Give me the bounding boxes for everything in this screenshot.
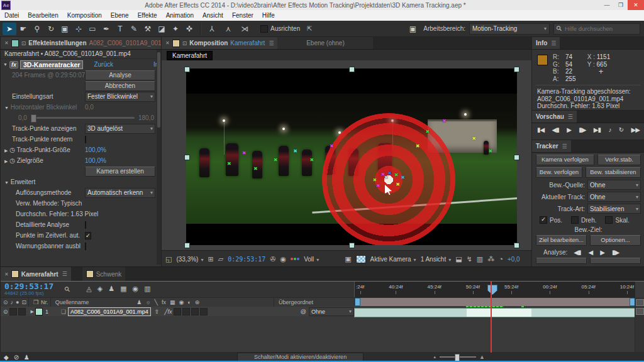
track-point[interactable]: ✖ <box>401 175 405 180</box>
composition-image[interactable]: ✖✖✖✖✖✖✖✖✖✖✖✖✖✖✖✖✖✖✖✖ <box>186 69 517 245</box>
render-points-checkbox[interactable] <box>85 136 86 143</box>
collapse-switch-icon[interactable]: ☼ <box>145 299 150 305</box>
source-column-label[interactable]: Quellenname <box>55 299 89 305</box>
selection-tool-icon[interactable]: ➤ <box>3 23 16 35</box>
layer-switch-cell[interactable] <box>182 308 190 315</box>
timeline-timecode[interactable]: 0:29:53:17 <box>4 282 53 290</box>
zoom-out-icon[interactable]: ▲ <box>433 355 436 359</box>
track-point[interactable]: ✖ <box>416 144 420 149</box>
selection-handle[interactable] <box>184 243 190 248</box>
last-frame-button[interactable]: ▶▮ <box>594 126 601 133</box>
tab-effect-controls[interactable]: ✕ ⊡ Effekteinstellungen A082_C006_0101A9… <box>1 37 179 49</box>
tab-info[interactable]: Info ☰ <box>532 37 560 49</box>
unified-camera-tool-icon[interactable]: ▣ <box>58 23 72 35</box>
warp-stabilizer-button[interactable]: Verkr.stab. <box>597 155 641 165</box>
settings-type-dropdown[interactable]: Fester Blickwinkel <box>85 92 155 102</box>
track-point[interactable]: ✖ <box>253 167 258 172</box>
parent-column-label[interactable]: Übergeordnet <box>279 299 354 305</box>
track-point[interactable]: ✖ <box>426 129 430 134</box>
analyze-button[interactable]: Analyse <box>85 70 155 80</box>
comp-mini-flowchart-icon[interactable]: ◬ <box>86 285 91 293</box>
scrollbar[interactable] <box>157 50 161 265</box>
advanced-group-label[interactable]: ▼ Erweitert <box>4 178 85 185</box>
resolution-dropdown[interactable]: Voll <box>304 256 340 263</box>
hfov-value[interactable]: 0,0 <box>85 104 162 111</box>
audio-button[interactable]: ♪ <box>608 126 611 133</box>
next-frame-button[interactable]: ▮▶ <box>579 126 586 133</box>
close-icon[interactable]: ✕ <box>4 272 9 277</box>
track-point[interactable]: ✖ <box>330 144 334 149</box>
selection-handle[interactable] <box>349 243 355 248</box>
show-points-dropdown[interactable]: 3D aufgelöst <box>85 124 155 134</box>
layer-switch-cell[interactable] <box>191 308 199 315</box>
selection-handle[interactable] <box>349 67 355 72</box>
track-camera-button[interactable]: Kamera verfolgen <box>536 155 594 165</box>
quality-switch-icon[interactable]: ╲ <box>155 299 158 305</box>
track-motion-button[interactable]: Bew. verfolgen <box>536 167 582 178</box>
parent-dropdown[interactable]: Ohne <box>309 307 354 316</box>
composition-viewer[interactable]: ✖✖✖✖✖✖✖✖✖✖✖✖✖✖✖✖✖✖✖✖ <box>162 60 532 251</box>
layer-label-swatch[interactable] <box>35 308 43 315</box>
close-button[interactable]: ✕ <box>628 0 644 10</box>
reset-link[interactable]: Zurück <box>94 61 113 68</box>
zoom-in-icon[interactable]: ▲ <box>479 354 485 360</box>
no-action-icon[interactable]: ⊘ <box>14 354 19 361</box>
frame-blending-icon[interactable]: ▦ <box>120 285 126 293</box>
graph-editor-icon[interactable]: ▥ <box>144 285 150 293</box>
layer-audio-cell[interactable] <box>9 308 17 315</box>
grid-guides-icon[interactable]: ⊞ <box>208 255 213 263</box>
menu-item[interactable]: Ebene <box>106 12 133 19</box>
track-point[interactable]: ✖ <box>376 184 380 189</box>
selection-handle[interactable] <box>514 155 519 160</box>
orbit-camera-tool-icon[interactable]: ↻ <box>44 23 58 35</box>
align-checkbox[interactable] <box>260 25 268 33</box>
minimize-button[interactable]: — <box>600 0 614 10</box>
brush-tool-icon[interactable]: ✎ <box>127 23 141 35</box>
layer-source-name[interactable]: A082_C006_0101A9_001.mp4 <box>68 307 151 316</box>
current-time-indicator[interactable] <box>491 282 492 353</box>
menu-item[interactable]: Effekte <box>133 12 162 19</box>
selection-handle[interactable] <box>184 67 190 72</box>
eraser-tool-icon[interactable]: ◪ <box>155 23 169 35</box>
comp-button[interactable] <box>636 308 644 315</box>
puppet-pin-tool-icon[interactable]: ✜ <box>182 23 196 35</box>
roto-brush-tool-icon[interactable]: ✦ <box>169 23 182 35</box>
layer-eye-icon[interactable]: ⊙ <box>3 309 8 315</box>
draft-3d-icon[interactable]: ◈ <box>97 285 103 293</box>
cancel-button[interactable]: Abbrechen <box>85 81 155 91</box>
tab-timeline-schwenk[interactable]: Schwenk <box>82 267 126 281</box>
panel-menu-icon[interactable]: ☰ <box>62 271 67 277</box>
exposure-value[interactable]: +0,0 <box>508 256 520 263</box>
loop-button[interactable]: ↻ <box>619 126 623 133</box>
hfov-slider[interactable]: 0,0 180,0 <box>4 114 162 121</box>
track-point[interactable]: ✖ <box>293 149 297 154</box>
mask-visibility-icon[interactable]: ▱ <box>218 255 223 263</box>
selection-handle[interactable] <box>514 67 519 72</box>
reset-button-partial[interactable] <box>590 258 641 264</box>
type-tool-icon[interactable]: T <box>113 23 127 35</box>
timeline-search-icon[interactable]: ⚲ <box>63 285 72 294</box>
work-area-bar[interactable] <box>354 297 636 307</box>
magnification-icon[interactable]: ◱ <box>165 255 172 263</box>
menu-item[interactable]: Fenster <box>228 12 258 19</box>
effects-switch-icon[interactable]: fx <box>162 299 166 305</box>
analyze-forward-frame-button[interactable]: ▮▶ <box>612 249 619 256</box>
effect-name[interactable]: 3D-Kameratracker <box>20 60 83 69</box>
fast-preview-icon[interactable]: ↯ <box>467 255 472 263</box>
local-axis-mode-icon[interactable]: ⅄ <box>205 23 219 35</box>
hfov-slider-track[interactable] <box>31 117 135 119</box>
adjustment-switch-icon[interactable]: ◐ <box>187 299 191 305</box>
track-point[interactable]: ✖ <box>384 175 389 180</box>
playhead-handle[interactable] <box>487 285 497 295</box>
target-size-value[interactable]: 100,0% <box>85 157 162 164</box>
share-view-icon[interactable]: ⬓ <box>455 255 462 263</box>
panel-menu-icon[interactable]: ☰ <box>269 40 274 47</box>
flowchart-button-icon[interactable]: ⁂ <box>487 255 494 263</box>
clone-stamp-tool-icon[interactable]: ⚒ <box>141 23 155 35</box>
maximize-button[interactable]: ❐ <box>614 0 628 10</box>
transparency-grid-icon[interactable] <box>356 255 366 263</box>
layer-lock-cell[interactable] <box>18 308 26 315</box>
track-type-dropdown[interactable]: Stabilisieren <box>587 204 641 214</box>
analyze-backward-frame-button[interactable]: ◀▮ <box>574 249 580 256</box>
menu-item[interactable]: Bearbeiten <box>23 12 62 19</box>
